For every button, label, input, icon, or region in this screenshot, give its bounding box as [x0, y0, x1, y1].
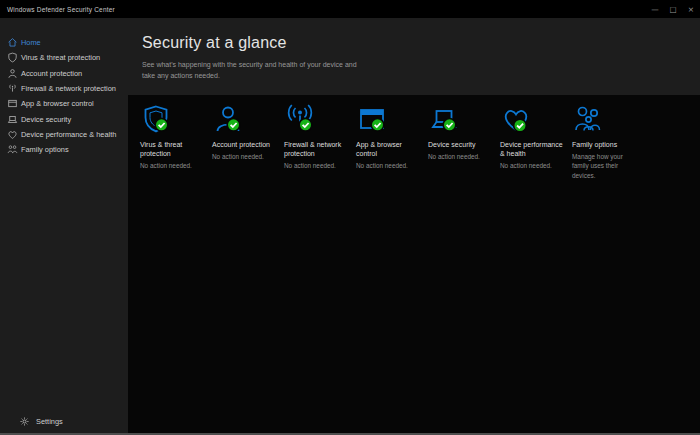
home-icon	[7, 37, 18, 48]
page-title: Security at a glance	[142, 34, 700, 52]
sidebar: Home Virus & threat protection Account p…	[0, 18, 128, 435]
sidebar-item-virus-threat-protection[interactable]: Virus & threat protection	[0, 50, 128, 65]
page-subtitle: See what's happening with the security a…	[142, 59, 368, 81]
shield-icon	[7, 52, 18, 63]
tile-label: Family options	[572, 140, 638, 149]
sidebar-item-label: Virus & threat protection	[21, 53, 100, 62]
shield-icon	[140, 103, 172, 135]
sidebar-item-account-protection[interactable]: Account protection	[0, 66, 128, 81]
family-icon	[572, 103, 604, 135]
sidebar-item-family-options[interactable]: Family options	[0, 142, 128, 157]
laptop-icon	[7, 114, 18, 125]
tile-label: Firewall & network protection	[284, 140, 350, 159]
person-icon	[212, 103, 244, 135]
tile-virus-threat-protection[interactable]: Virus & threat protection No action need…	[140, 103, 212, 171]
tile-label: Account protection	[212, 140, 278, 149]
app-window-icon	[7, 98, 18, 109]
tile-device-performance-health[interactable]: Device performance & health No action ne…	[500, 103, 572, 171]
tile-status: No action needed.	[140, 161, 206, 170]
check-badge-icon	[299, 119, 312, 132]
caption-buttons: — □ ×	[646, 0, 700, 18]
check-badge-icon	[371, 119, 384, 132]
glance-panel: Virus & threat protection No action need…	[128, 95, 700, 435]
tile-family-options[interactable]: Family options Manage how your family us…	[572, 103, 644, 180]
tile-label: Device performance & health	[500, 140, 566, 159]
close-button[interactable]: ×	[682, 0, 700, 18]
network-icon	[284, 103, 316, 135]
sidebar-item-device-performance-health[interactable]: Device performance & health	[0, 127, 128, 142]
titlebar: Windows Defender Security Center — □ ×	[0, 0, 700, 18]
tile-label: App & browser control	[356, 140, 422, 159]
tile-account-protection[interactable]: Account protection No action needed.	[212, 103, 284, 161]
tile-status: No action needed.	[500, 161, 566, 170]
minimize-button[interactable]: —	[646, 0, 664, 18]
sidebar-item-label: Device performance & health	[21, 130, 116, 139]
tile-status: No action needed.	[212, 152, 278, 161]
tile-status: Manage how your family uses their device…	[572, 152, 638, 180]
sidebar-item-device-security[interactable]: Device security	[0, 111, 128, 126]
check-badge-icon	[514, 119, 527, 132]
sidebar-item-label: Family options	[21, 145, 69, 154]
sidebar-item-app-browser-control[interactable]: App & browser control	[0, 96, 128, 111]
check-badge-icon	[443, 119, 456, 132]
sidebar-item-firewall-network-protection[interactable]: Firewall & network protection	[0, 81, 128, 96]
tile-status: No action needed.	[284, 161, 350, 170]
settings-label: Settings	[36, 417, 63, 426]
tile-label: Device security	[428, 140, 494, 149]
heart-icon	[7, 129, 18, 140]
sidebar-item-label: Account protection	[21, 69, 82, 78]
window-title: Windows Defender Security Center	[0, 6, 646, 13]
main-content: Security at a glance See what's happenin…	[128, 18, 700, 435]
tile-status: No action needed.	[428, 152, 494, 161]
check-badge-icon	[155, 119, 168, 132]
gear-icon	[19, 416, 30, 427]
tile-device-security[interactable]: Device security No action needed.	[428, 103, 500, 161]
person-icon	[7, 68, 18, 79]
sidebar-item-label: Firewall & network protection	[21, 84, 116, 93]
maximize-button[interactable]: □	[664, 0, 682, 18]
sidebar-item-label: Device security	[21, 115, 71, 124]
app-window-icon	[356, 103, 388, 135]
tile-status: No action needed.	[356, 161, 422, 170]
sidebar-item-settings[interactable]: Settings	[19, 416, 63, 427]
tile-firewall-network-protection[interactable]: Firewall & network protection No action …	[284, 103, 356, 171]
tile-label: Virus & threat protection	[140, 140, 206, 159]
sidebar-item-label: Home	[21, 38, 41, 47]
family-icon	[7, 144, 18, 155]
network-icon	[7, 83, 18, 94]
tile-app-browser-control[interactable]: App & browser control No action needed.	[356, 103, 428, 171]
check-badge-icon	[227, 119, 240, 132]
heart-icon	[500, 103, 532, 135]
sidebar-item-label: App & browser control	[21, 99, 94, 108]
app-window: Windows Defender Security Center — □ × H…	[0, 0, 700, 435]
sidebar-item-home[interactable]: Home	[0, 35, 128, 50]
laptop-icon	[428, 103, 460, 135]
